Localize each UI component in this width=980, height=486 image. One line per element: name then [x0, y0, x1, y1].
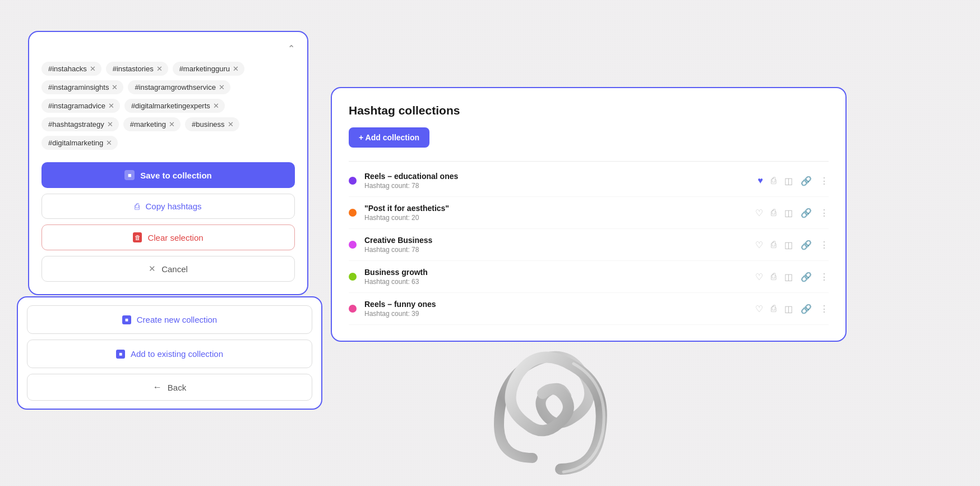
collection-count: Hashtag count: 63 [364, 278, 755, 286]
link-icon[interactable]: 🔗 [801, 304, 812, 314]
hashtag-chip-area: #instahacks✕#instastories✕#marketingguru… [41, 62, 295, 150]
copy-icon[interactable]: ⎙ [771, 272, 776, 282]
hashtag-selector-panel: ⌃ #instahacks✕#instastories✕#marketinggu… [28, 31, 308, 295]
collection-name: Creative Business [364, 236, 755, 245]
heart-icon[interactable]: ♡ [755, 240, 763, 250]
collection-color-dot [349, 305, 357, 313]
remove-chip-icon[interactable]: ✕ [213, 102, 219, 109]
remove-chip-icon[interactable]: ✕ [90, 65, 96, 72]
heart-icon[interactable]: ♥ [758, 176, 764, 186]
copy-icon[interactable]: ⎙ [771, 240, 776, 250]
copy-hashtags-button[interactable]: ⎙ Copy hashtags [41, 194, 295, 219]
link-icon[interactable]: 🔗 [801, 272, 812, 282]
collection-name: Business growth [364, 268, 755, 277]
collapse-chevron[interactable]: ⌃ [41, 43, 295, 54]
hashtag-chip: #digitalmarketing✕ [41, 136, 118, 150]
hashtag-chip: #marketing✕ [123, 117, 181, 131]
collection-info: Creative Business Hashtag count: 78 [364, 236, 755, 254]
hashtag-chip: #digitalmarketingexperts✕ [124, 99, 225, 113]
remove-chip-icon[interactable]: ✕ [106, 139, 112, 146]
cancel-button[interactable]: ✕ Cancel [41, 256, 295, 282]
collection-count: Hashtag count: 20 [364, 214, 755, 222]
collection-action-icons: ♡ ⎙ ◫ 🔗 ⋮ [755, 272, 829, 282]
back-arrow-icon: ← [153, 382, 162, 392]
x-icon: ✕ [149, 264, 156, 274]
collection-row: Reels – educational ones Hashtag count: … [349, 165, 829, 197]
more-icon[interactable]: ⋮ [820, 272, 829, 282]
collection-row: Creative Business Hashtag count: 78 ♡ ⎙ … [349, 229, 829, 261]
collection-info: "Post it for aesthetics" Hashtag count: … [364, 204, 755, 222]
copy-icon[interactable]: ⎙ [771, 208, 776, 218]
more-icon[interactable]: ⋮ [820, 304, 829, 314]
collection-action-icons: ♡ ⎙ ◫ 🔗 ⋮ [755, 304, 829, 314]
image-icon[interactable]: ◫ [784, 208, 793, 218]
clear-selection-button[interactable]: 🗑 Clear selection [41, 224, 295, 250]
hashtag-chip: #marketingguru✕ [173, 62, 244, 76]
collection-name: Reels – educational ones [364, 172, 758, 181]
remove-chip-icon[interactable]: ✕ [108, 102, 114, 109]
more-icon[interactable]: ⋮ [820, 208, 829, 218]
trash-icon: 🗑 [133, 232, 142, 242]
remove-chip-icon[interactable]: ✕ [219, 84, 225, 91]
remove-chip-icon[interactable]: ✕ [169, 121, 175, 128]
remove-chip-icon[interactable]: ✕ [233, 65, 239, 72]
hashtag-chip: #instastories✕ [106, 62, 168, 76]
link-icon[interactable]: 🔗 [801, 176, 812, 186]
link-icon[interactable]: 🔗 [801, 208, 812, 218]
copy-icon[interactable]: ⎙ [771, 176, 776, 186]
hashtag-chip: #hashtagstrategy✕ [41, 117, 119, 131]
divider [349, 161, 829, 162]
add-to-existing-collection-button[interactable]: ■ Add to existing collection [27, 340, 312, 368]
collection-actions-panel: ■ Create new collection ■ Add to existin… [17, 296, 322, 410]
save-to-collection-button[interactable]: ■ Save to collection [41, 162, 295, 188]
collection-info: Business growth Hashtag count: 63 [364, 268, 755, 286]
collection-info: Reels – educational ones Hashtag count: … [364, 172, 758, 190]
hashtag-chip: #instahacks✕ [41, 62, 101, 76]
more-icon[interactable]: ⋮ [820, 240, 829, 250]
heart-icon[interactable]: ♡ [755, 304, 763, 314]
collection-row: "Post it for aesthetics" Hashtag count: … [349, 197, 829, 229]
create-collection-icon: ■ [122, 315, 131, 324]
collection-color-dot [349, 273, 357, 281]
collections-title: Hashtag collections [349, 104, 829, 117]
collection-count: Hashtag count: 78 [364, 182, 758, 190]
paperclip-illustration [460, 301, 650, 480]
hashtag-chip: #instagraminsights✕ [41, 80, 123, 94]
remove-chip-icon[interactable]: ✕ [112, 84, 118, 91]
remove-chip-icon[interactable]: ✕ [107, 121, 113, 128]
create-new-collection-button[interactable]: ■ Create new collection [27, 305, 312, 334]
image-icon[interactable]: ◫ [784, 272, 793, 282]
heart-icon[interactable]: ♡ [755, 272, 763, 282]
link-icon[interactable]: 🔗 [801, 240, 812, 250]
hashtag-chip: #instagramadvice✕ [41, 99, 120, 113]
collection-color-dot [349, 209, 357, 217]
image-icon[interactable]: ◫ [784, 304, 793, 314]
collection-action-icons: ♡ ⎙ ◫ 🔗 ⋮ [755, 240, 829, 250]
hashtag-chip: #instagramgrowthservice✕ [128, 80, 230, 94]
remove-chip-icon[interactable]: ✕ [156, 65, 163, 72]
collection-count: Hashtag count: 78 [364, 246, 755, 254]
remove-chip-icon[interactable]: ✕ [228, 121, 234, 128]
collection-color-dot [349, 177, 357, 185]
heart-icon[interactable]: ♡ [755, 208, 763, 218]
collection-action-icons: ♡ ⎙ ◫ 🔗 ⋮ [755, 208, 829, 218]
collection-color-dot [349, 241, 357, 249]
image-icon[interactable]: ◫ [784, 176, 793, 186]
add-collection-icon: ■ [116, 350, 125, 359]
hashtag-chip: #business✕ [185, 117, 239, 131]
more-icon[interactable]: ⋮ [820, 176, 829, 186]
collection-action-icons: ♥ ⎙ ◫ 🔗 ⋮ [758, 176, 829, 186]
copy-icon: ⎙ [135, 201, 140, 211]
copy-icon[interactable]: ⎙ [771, 304, 776, 314]
save-icon: ■ [124, 170, 135, 180]
image-icon[interactable]: ◫ [784, 240, 793, 250]
collection-name: "Post it for aesthetics" [364, 204, 755, 213]
add-collection-button[interactable]: + Add collection [349, 127, 429, 148]
back-button[interactable]: ← Back [27, 374, 312, 401]
collection-row: Business growth Hashtag count: 63 ♡ ⎙ ◫ … [349, 261, 829, 293]
